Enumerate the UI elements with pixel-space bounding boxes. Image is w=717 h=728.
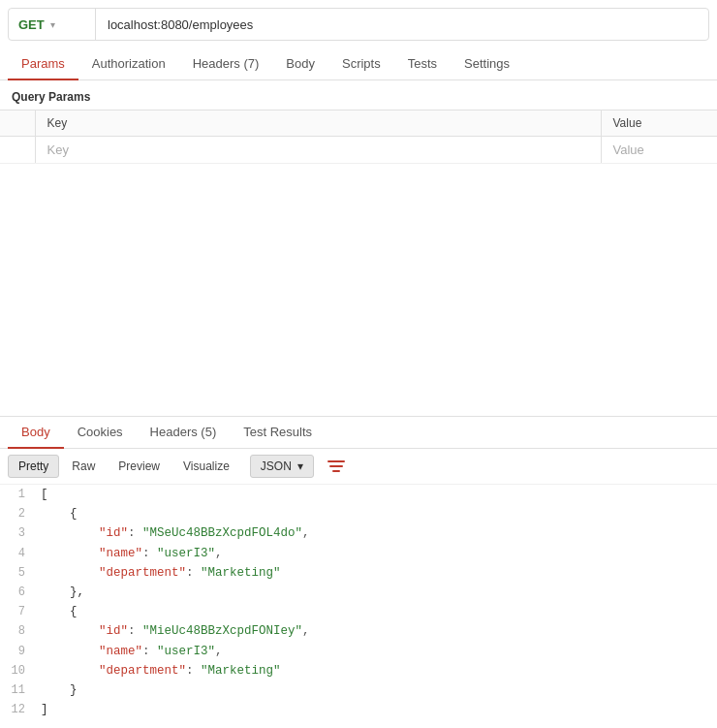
- method-label: GET: [18, 17, 45, 32]
- json-colon: :: [186, 566, 201, 580]
- response-tab-testresults[interactable]: Test Results: [230, 417, 326, 449]
- json-line: 4 "name": "userI3",: [0, 544, 717, 563]
- method-selector[interactable]: GET ▾: [9, 9, 96, 40]
- json-line: 10 "department": "Marketing": [0, 661, 717, 681]
- json-value: "MSeUc48BBzXcpdFOL4do": [142, 526, 302, 540]
- tab-scripts[interactable]: Scripts: [328, 48, 394, 80]
- line-content: {: [41, 504, 717, 523]
- format-btn-visualize[interactable]: Visualize: [172, 455, 240, 478]
- json-bracket: },: [41, 586, 84, 599]
- json-key: "id": [99, 526, 128, 540]
- json-line: 9 "name": "userI3",: [0, 642, 717, 661]
- json-line: 3 "id": "MSeUc48BBzXcpdFOL4do",: [0, 523, 717, 543]
- tab-settings[interactable]: Settings: [451, 48, 523, 80]
- url-bar: GET ▾: [8, 8, 709, 41]
- json-key: "id": [99, 624, 128, 638]
- line-content: "name": "userI3",: [41, 642, 717, 661]
- empty-space: [0, 164, 717, 416]
- json-bracket: ]: [41, 703, 48, 716]
- request-tabs-bar: ParamsAuthorizationHeaders (7)BodyScript…: [0, 48, 717, 80]
- line-content: "id": "MieUc48BBzXcpdFONIey",: [41, 621, 717, 641]
- line-content: },: [41, 583, 717, 602]
- json-line: 6 },: [0, 583, 717, 602]
- line-number: 3: [0, 523, 41, 543]
- json-output: 1[2 {3 "id": "MSeUc48BBzXcpdFOL4do",4 "n…: [0, 485, 717, 719]
- json-line: 12]: [0, 700, 717, 719]
- line-number: 6: [0, 583, 41, 602]
- json-key: "name": [99, 645, 142, 658]
- tab-headers[interactable]: Headers (7): [179, 48, 273, 80]
- response-tabs-bar: BodyCookiesHeaders (5)Test Results: [0, 417, 717, 449]
- json-line: 1[: [0, 485, 717, 504]
- format-select-label: JSON: [261, 459, 292, 473]
- params-col-key: Key: [35, 111, 601, 137]
- line-number: 5: [0, 563, 41, 583]
- json-value: "userI3": [157, 645, 215, 658]
- json-colon: :: [142, 547, 157, 560]
- json-value: "MieUc48BBzXcpdFONIey": [142, 624, 302, 638]
- filter-icon-btn[interactable]: [322, 456, 351, 477]
- json-bracket: }: [41, 683, 78, 697]
- line-number: 7: [0, 602, 41, 621]
- json-line: 7 {: [0, 602, 717, 621]
- json-line: 5 "department": "Marketing": [0, 563, 717, 583]
- json-line: 11 }: [0, 681, 717, 700]
- tab-tests[interactable]: Tests: [394, 48, 451, 80]
- params-table: Key Value Key Value: [0, 110, 717, 164]
- params-row-checkbox: [0, 137, 35, 164]
- json-comma: ,: [215, 645, 223, 658]
- format-btn-raw[interactable]: Raw: [61, 455, 106, 478]
- filter-icon: [327, 459, 345, 473]
- params-row-key-placeholder[interactable]: Key: [35, 137, 601, 164]
- params-col-value: Value: [601, 111, 717, 137]
- format-select[interactable]: JSON▾: [250, 455, 314, 478]
- json-value: "Marketing": [201, 664, 281, 678]
- line-number: 8: [0, 621, 41, 641]
- line-number: 9: [0, 642, 41, 661]
- line-content: ]: [41, 700, 717, 719]
- query-params-title: Query Params: [0, 80, 717, 110]
- format-bar: PrettyRawPreviewVisualizeJSON▾: [0, 449, 717, 485]
- json-comma: ,: [302, 624, 310, 638]
- json-colon: :: [128, 624, 142, 638]
- format-btn-preview[interactable]: Preview: [108, 455, 171, 478]
- tab-authorization[interactable]: Authorization: [78, 48, 179, 80]
- line-number: 2: [0, 504, 41, 523]
- line-content: "id": "MSeUc48BBzXcpdFOL4do",: [41, 523, 717, 543]
- line-number: 4: [0, 544, 41, 563]
- method-chevron-icon: ▾: [50, 19, 55, 30]
- line-number: 11: [0, 681, 41, 700]
- json-bracket: [: [41, 488, 48, 501]
- line-content: "department": "Marketing": [41, 661, 717, 681]
- line-content: {: [41, 602, 717, 621]
- json-comma: ,: [215, 547, 223, 560]
- response-tab-body[interactable]: Body: [8, 417, 64, 449]
- line-content: }: [41, 681, 717, 700]
- url-input[interactable]: [96, 17, 708, 32]
- json-value: "userI3": [157, 547, 215, 560]
- tab-params[interactable]: Params: [8, 48, 78, 80]
- line-content: "name": "userI3",: [41, 544, 717, 563]
- format-btn-pretty[interactable]: Pretty: [8, 455, 59, 478]
- params-row-value-placeholder[interactable]: Value: [601, 137, 717, 164]
- json-line: 2 {: [0, 504, 717, 523]
- line-number: 12: [0, 700, 41, 719]
- json-value: "Marketing": [201, 566, 281, 580]
- json-bracket: {: [41, 507, 78, 521]
- response-section: BodyCookiesHeaders (5)Test Results Prett…: [0, 416, 717, 719]
- format-chevron-icon: ▾: [297, 459, 303, 473]
- line-number: 1: [0, 485, 41, 504]
- json-bracket: {: [41, 605, 78, 618]
- json-comma: ,: [302, 526, 310, 540]
- response-tab-headers[interactable]: Headers (5): [137, 417, 231, 449]
- json-line: 8 "id": "MieUc48BBzXcpdFONIey",: [0, 621, 717, 641]
- json-key: "department": [99, 664, 186, 678]
- json-key: "department": [99, 566, 186, 580]
- params-col-checkbox: [0, 111, 35, 137]
- json-colon: :: [142, 645, 157, 658]
- line-number: 10: [0, 661, 41, 681]
- line-content: [: [41, 485, 717, 504]
- json-key: "name": [99, 547, 142, 560]
- tab-body[interactable]: Body: [272, 48, 328, 80]
- response-tab-cookies[interactable]: Cookies: [64, 417, 137, 449]
